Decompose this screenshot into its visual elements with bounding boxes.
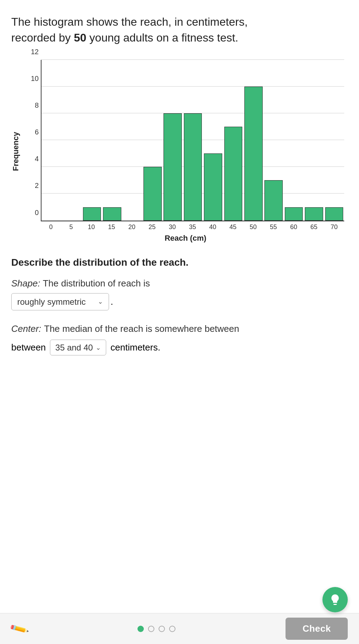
bar xyxy=(224,127,243,221)
bar-group xyxy=(41,60,62,221)
progress-dot xyxy=(159,626,165,632)
intro-text-3: young adults on a fitness test. xyxy=(86,31,238,44)
check-button[interactable]: Check xyxy=(286,618,348,640)
bar-group xyxy=(324,60,344,221)
bar xyxy=(164,113,182,221)
bar xyxy=(325,207,344,221)
bar-group xyxy=(62,60,82,221)
progress-dot xyxy=(169,626,175,632)
bar xyxy=(264,180,283,220)
main-content: The histogram shows the reach, in centim… xyxy=(0,0,359,409)
x-tick-label: 10 xyxy=(81,221,102,231)
bar xyxy=(184,113,202,221)
x-tick-label: 25 xyxy=(142,221,162,231)
bar xyxy=(143,167,162,220)
intro-text-1: The histogram shows the reach, in centim… xyxy=(11,15,248,28)
y-tick-label: 2 xyxy=(25,182,39,190)
x-tick-label: 30 xyxy=(162,221,182,231)
bar-group xyxy=(162,60,182,221)
bar xyxy=(83,207,101,221)
x-tick-label: 0 xyxy=(41,221,61,231)
progress-dot xyxy=(137,626,144,632)
bar-group xyxy=(243,60,263,221)
x-tick-label: 50 xyxy=(243,221,263,231)
bar-group xyxy=(183,60,203,221)
y-tick-label: 6 xyxy=(25,128,39,136)
x-tick-label: 20 xyxy=(122,221,142,231)
center-dropdown[interactable]: 25 and 3030 and 3535 and 4040 and 4545 a… xyxy=(55,343,93,352)
lightbulb-icon xyxy=(329,593,341,606)
pencil-icon-area: ✏️ xyxy=(11,621,27,636)
center-text-after: centimeters. xyxy=(110,342,160,353)
progress-dots xyxy=(137,626,175,632)
shape-label: Shape: xyxy=(11,278,40,289)
center-label: Center: xyxy=(11,322,41,336)
x-tick-label: 15 xyxy=(102,221,122,231)
bar xyxy=(285,207,303,221)
bar-group xyxy=(284,60,304,221)
bar-group xyxy=(122,60,142,221)
bar xyxy=(305,207,323,221)
center-dropdown-wrapper[interactable]: 25 and 3030 and 3535 and 4040 and 4545 a… xyxy=(50,340,106,355)
progress-dot xyxy=(148,626,154,632)
center-between-label: between xyxy=(11,342,46,353)
chart-inner: 024681012 0510152025303540455055606570 R… xyxy=(23,60,348,243)
center-field-row: Center: The median of the reach is somew… xyxy=(11,322,348,356)
y-axis-label: Frequency xyxy=(11,60,20,243)
bar xyxy=(244,87,263,221)
center-text-before: The median of the reach is somewhere bet… xyxy=(44,322,239,336)
bar-group xyxy=(203,60,223,221)
shape-label-text: Shape: The distribution of reach is xyxy=(11,278,348,289)
intro-bold-number: 50 xyxy=(74,31,86,44)
hint-button[interactable] xyxy=(322,587,348,612)
pencil-icon: ✏️ xyxy=(9,618,30,639)
x-tick-label: 55 xyxy=(263,221,284,231)
x-axis-title: Reach (cm) xyxy=(23,234,348,243)
histogram-chart: Frequency 024681012 05101520253035404550… xyxy=(11,60,348,243)
shape-text: The distribution of reach is xyxy=(43,278,150,289)
x-tick-label: 35 xyxy=(182,221,203,231)
shape-dropdown[interactable]: skewed leftroughly symmetricskewed right… xyxy=(17,297,94,307)
bar-group xyxy=(263,60,283,221)
shape-suffix: . xyxy=(110,296,113,307)
bar xyxy=(103,207,121,221)
bar-group xyxy=(102,60,122,221)
x-tick-label: 60 xyxy=(283,221,304,231)
shape-field-row: Shape: The distribution of reach is skew… xyxy=(11,278,348,310)
y-tick-label: 10 xyxy=(25,74,39,82)
bottom-bar: ✏️ Check xyxy=(0,613,359,644)
y-tick-label: 12 xyxy=(25,48,39,56)
shape-dropdown-wrapper[interactable]: skewed leftroughly symmetricskewed right… xyxy=(11,293,109,310)
bar xyxy=(204,153,222,220)
question-section: Describe the distribution of the reach. … xyxy=(11,257,348,356)
center-row: Center: The median of the reach is somew… xyxy=(11,322,348,336)
chevron-down-icon-2: ⌄ xyxy=(96,344,101,352)
y-tick-label: 4 xyxy=(25,155,39,163)
bar-group xyxy=(304,60,324,221)
y-tick-label: 8 xyxy=(25,101,39,109)
chart-plot: 024681012 xyxy=(41,60,344,221)
intro-text-2: recorded by xyxy=(11,31,74,44)
bar-group xyxy=(82,60,102,221)
bars-area xyxy=(41,60,344,221)
question-title: Describe the distribution of the reach. xyxy=(11,257,348,268)
x-axis-row: 0510152025303540455055606570 xyxy=(41,221,344,231)
x-tick-label: 40 xyxy=(203,221,223,231)
bar-group xyxy=(223,60,243,221)
bar-group xyxy=(142,60,162,221)
x-tick-label: 5 xyxy=(61,221,82,231)
x-tick-label: 65 xyxy=(304,221,324,231)
chevron-down-icon: ⌄ xyxy=(98,298,103,305)
x-tick-label: 70 xyxy=(324,221,344,231)
intro-paragraph: The histogram shows the reach, in centim… xyxy=(11,14,348,46)
x-tick-label: 45 xyxy=(223,221,243,231)
y-tick-label: 0 xyxy=(25,208,39,216)
